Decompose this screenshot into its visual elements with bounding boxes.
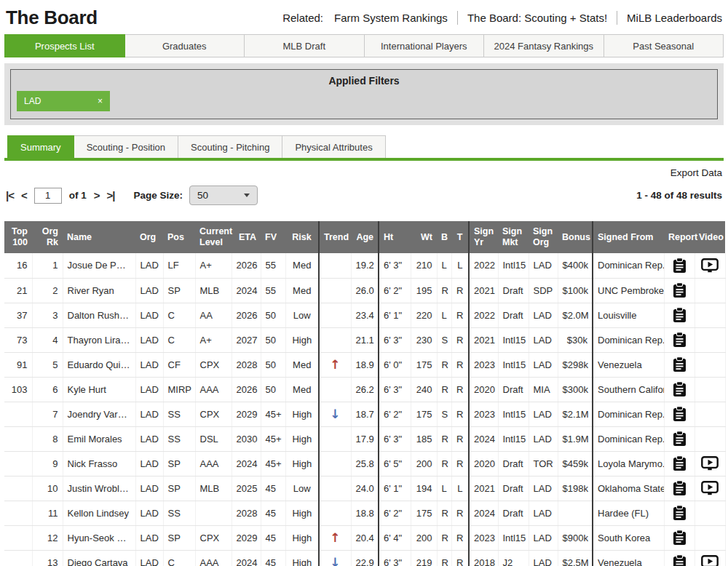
- cell-top100: 91: [4, 352, 32, 377]
- clipboard-report-icon[interactable]: [673, 307, 687, 323]
- tab-international-players[interactable]: International Players: [365, 34, 485, 57]
- tab-past-seasonal[interactable]: Past Seasonal: [604, 34, 724, 57]
- view-tab-physical-attributes[interactable]: Physical Attributes: [282, 135, 385, 158]
- column-header-report[interactable]: Report: [664, 221, 695, 253]
- video-play-icon[interactable]: [701, 555, 719, 566]
- clipboard-report-icon[interactable]: [673, 505, 687, 521]
- column-header-signyr[interactable]: Sign Yr: [469, 221, 498, 253]
- filter-chip-lad[interactable]: LAD×: [17, 91, 110, 111]
- cell-signedfrom: Oklahoma State: [593, 476, 664, 501]
- cell-signorg: LAD: [529, 303, 558, 327]
- cell-risk: Med: [285, 253, 319, 278]
- tab-mlb-draft[interactable]: MLB Draft: [245, 34, 365, 57]
- view-tab-scouting-pitching[interactable]: Scouting - Pitching: [178, 135, 282, 158]
- column-header-fv[interactable]: FV: [261, 221, 285, 253]
- column-header-t[interactable]: T: [451, 221, 469, 253]
- page-number-input[interactable]: [34, 188, 62, 204]
- column-header-orgrk[interactable]: Org Rk: [32, 221, 63, 253]
- column-header-trend[interactable]: Trend: [319, 221, 351, 253]
- related-link-milb-leaderboards[interactable]: MiLB Leaderboards: [627, 12, 722, 24]
- clipboard-report-icon[interactable]: [673, 258, 687, 274]
- column-header-b[interactable]: B: [437, 221, 451, 253]
- column-header-name[interactable]: Name: [63, 221, 135, 253]
- export-data-link[interactable]: Export Data: [670, 167, 722, 178]
- tab-2024-fantasy-rankings[interactable]: 2024 Fantasy Rankings: [484, 34, 604, 57]
- cell-report: [664, 476, 695, 501]
- cell-name: Josue De Paula: [63, 253, 135, 278]
- column-header-signedfrom[interactable]: Signed From: [593, 221, 664, 253]
- tab-prospects-list[interactable]: Prospects List: [4, 34, 125, 57]
- cell-orgrk: 12: [32, 525, 63, 550]
- page-size-select[interactable]: 50: [189, 186, 258, 205]
- cell-signorg: LAD: [529, 501, 558, 525]
- cell-ht: 6' 3": [379, 327, 411, 352]
- next-page-button[interactable]: >: [94, 189, 100, 202]
- close-icon[interactable]: ×: [98, 96, 103, 106]
- cell-pos: SS: [163, 501, 195, 525]
- column-header-age[interactable]: Age: [351, 221, 379, 253]
- column-header-org[interactable]: Org: [135, 221, 163, 253]
- column-header-top100[interactable]: Top 100: [4, 221, 32, 253]
- clipboard-report-icon[interactable]: [673, 554, 687, 566]
- cell-wt: 230: [411, 327, 437, 352]
- table-row: 9Nick FrassoLADSPAAA202445+High25.86' 5"…: [4, 451, 725, 476]
- column-header-level[interactable]: Current Level: [195, 221, 232, 253]
- clipboard-report-icon[interactable]: [673, 431, 687, 447]
- column-header-signorg[interactable]: Sign Org: [529, 221, 558, 253]
- cell-name: Kellon Lindsey: [63, 501, 135, 525]
- clipboard-report-icon[interactable]: [673, 332, 687, 348]
- cell-signorg: LAD: [529, 402, 558, 426]
- column-header-eta[interactable]: ETA: [232, 221, 261, 253]
- video-play-icon[interactable]: [701, 258, 719, 273]
- cell-video: [695, 501, 725, 525]
- clipboard-report-icon[interactable]: [673, 356, 687, 372]
- last-page-button[interactable]: >|: [107, 189, 115, 202]
- clipboard-report-icon[interactable]: [673, 530, 687, 546]
- first-page-button[interactable]: |<: [6, 189, 14, 202]
- related-link-board-scouting-stats[interactable]: The Board: Scouting + Stats!: [467, 12, 607, 24]
- cell-eta: 2025: [232, 476, 261, 501]
- cell-video: [695, 303, 725, 327]
- cell-age: 18.7: [351, 402, 379, 426]
- column-header-bonus[interactable]: Bonus: [558, 221, 593, 253]
- view-tab-summary[interactable]: Summary: [7, 135, 74, 158]
- clipboard-report-icon[interactable]: [673, 455, 687, 471]
- cell-pos: SP: [163, 525, 195, 550]
- column-header-signmkt[interactable]: Sign Mkt: [498, 221, 529, 253]
- the-board-page: The Board Related: Farm System Rankings …: [0, 0, 728, 566]
- column-header-pos[interactable]: Pos: [163, 221, 195, 253]
- cell-pos: LF: [163, 253, 195, 278]
- tab-graduates[interactable]: Graduates: [125, 34, 245, 57]
- cell-signyr: 2021: [469, 476, 498, 501]
- clipboard-report-icon[interactable]: [673, 282, 687, 298]
- cell-name: Dalton Rushing: [63, 303, 135, 327]
- column-header-ht[interactable]: Ht: [379, 221, 411, 253]
- column-header-video[interactable]: Video: [695, 221, 725, 253]
- related-link-farm-system-rankings[interactable]: Farm System Rankings: [334, 12, 448, 24]
- cell-wt: 185: [411, 426, 437, 451]
- table-row: 13Diego CartayaLADCAAA202445High↓22.96' …: [4, 550, 725, 566]
- cell-age: 24.0: [351, 476, 379, 501]
- divider: [457, 11, 458, 25]
- column-header-risk[interactable]: Risk: [285, 221, 319, 253]
- cell-eta: 2024: [232, 451, 261, 476]
- cell-video: [695, 426, 725, 451]
- view-tab-scouting-position[interactable]: Scouting - Position: [74, 135, 178, 158]
- page-title: The Board: [6, 7, 98, 29]
- view-tabs-section: SummaryScouting - PositionScouting - Pit…: [4, 135, 724, 161]
- page-size-label: Page Size:: [133, 190, 183, 201]
- clipboard-report-icon[interactable]: [673, 381, 687, 397]
- cell-signmkt: Draft: [498, 451, 529, 476]
- cell-top100: [4, 550, 32, 566]
- clipboard-report-icon[interactable]: [673, 480, 687, 496]
- video-play-icon[interactable]: [701, 456, 719, 471]
- video-play-icon[interactable]: [701, 481, 719, 495]
- pagination: |< < of 1 > >| Page Size: 50 1 - 48 of 4…: [4, 180, 724, 214]
- cell-age: 17.9: [351, 426, 379, 451]
- cell-top100: 73: [4, 327, 32, 352]
- cell-signyr: 2023: [469, 402, 498, 426]
- column-header-wt[interactable]: Wt: [411, 221, 437, 253]
- clipboard-report-icon[interactable]: [673, 406, 687, 422]
- prev-page-button[interactable]: <: [21, 189, 27, 202]
- cell-wt: 200: [411, 525, 437, 550]
